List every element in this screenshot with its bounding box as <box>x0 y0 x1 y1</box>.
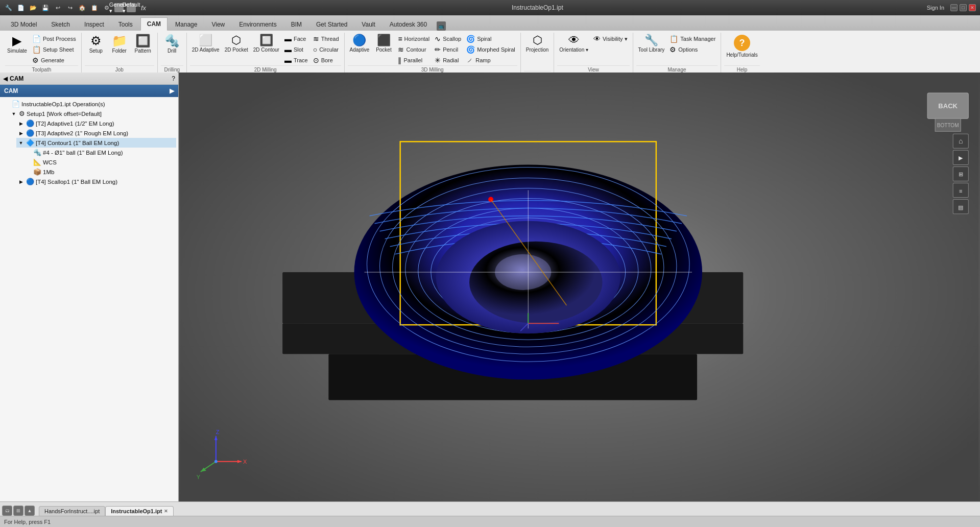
orientation-label: Orientation ▾ <box>559 47 588 53</box>
post-process-btn[interactable]: 📄 Post Process <box>30 34 78 44</box>
contour-btn[interactable]: ≋ Contour <box>396 44 432 55</box>
tree-item-setup1[interactable]: ▼ ⚙ Setup1 [Work offset=Default] <box>9 109 176 118</box>
circular-label: Circular <box>319 46 339 53</box>
tab-hands-for-instruct[interactable]: HandsForInstruct....ipt <box>39 506 105 516</box>
simulate-btn[interactable]: ▶ Simulate <box>5 34 29 55</box>
tree-expand-adaptive1[interactable]: ▶ <box>17 121 25 126</box>
tree-item-root[interactable]: 📄 InstructableOp1.ipt Operation(s) <box>2 99 176 109</box>
maximize-btn[interactable]: □ <box>960 4 967 11</box>
tab-manage[interactable]: Manage <box>169 17 204 31</box>
open-btn[interactable]: 📂 <box>29 3 38 12</box>
2d-adaptive-btn[interactable]: ⬜ 2D Adaptive <box>190 34 222 54</box>
tool-library-btn[interactable]: 🔧 Tool Library <box>636 34 667 54</box>
tree-item-adaptive1[interactable]: ▶ 🔵 [T2] Adaptive1 (1/2" EM Long) <box>16 118 176 128</box>
tab-tools[interactable]: Tools <box>112 17 139 31</box>
radial-btn[interactable]: ✳ Radial <box>433 55 463 65</box>
default-dropdown[interactable]: Default ▾ <box>127 3 136 12</box>
tree-item-adaptive2[interactable]: ▶ 🔵 [T3] Adaptive2 (1" Rough EM Long) <box>16 128 176 138</box>
thread-label: Thread <box>321 36 339 42</box>
circular-btn[interactable]: ○ Circular <box>311 44 341 55</box>
scene-svg: Z X Y BACK BOTTOM ⌂ ▶ ⊞ <box>179 73 980 513</box>
visibility-btn[interactable]: 👁 Visibility ▾ <box>591 34 630 44</box>
tab-autodesk-360[interactable]: Autodesk 360 <box>383 17 434 31</box>
redo-btn[interactable]: ↪ <box>65 3 75 12</box>
ramp-btn[interactable]: ⟋ Ramp <box>464 55 517 65</box>
adaptive-btn[interactable]: 🔵 Adaptive <box>348 34 372 54</box>
tree-expand-setup1[interactable]: ▼ <box>10 111 17 116</box>
tab-cam[interactable]: CAM <box>140 17 168 31</box>
trace-btn[interactable]: ▬ Trace <box>282 55 310 65</box>
2d-pocket-label: 2D Pocket <box>225 47 248 53</box>
face-btn[interactable]: ▬ Face <box>282 34 310 44</box>
projection-items: ⬡ Projection <box>524 34 551 71</box>
tree-expand-adaptive2[interactable]: ▶ <box>17 131 25 136</box>
bore-btn[interactable]: ⊙ Bore <box>311 55 341 65</box>
fx-btn[interactable]: fx <box>139 3 148 12</box>
tree-expand-contour1[interactable]: ▼ <box>17 140 25 146</box>
tree-item-wcs[interactable]: 📐 WCS <box>23 157 176 167</box>
media-btn[interactable]: 📺 <box>437 21 446 31</box>
tab-vault[interactable]: Vault <box>355 17 381 31</box>
pattern-btn[interactable]: 🔲 Pattern <box>132 34 154 55</box>
pocket-btn[interactable]: ⬛ Pocket <box>372 34 395 54</box>
home-btn[interactable]: 🏠 <box>78 3 87 12</box>
spiral-icon: 🌀 <box>466 35 475 43</box>
app-icon[interactable]: 🔧 <box>4 3 13 12</box>
tab-environments[interactable]: Environments <box>232 17 283 31</box>
generate-btn[interactable]: ⚙ Generate <box>30 55 78 65</box>
setup-btn[interactable]: ⚙ Setup <box>85 34 107 55</box>
3d-milling-small-group-1: ≡ Horizontal ≋ Contour ∥ Parallel <box>396 34 432 65</box>
tree-icon-tool: 🔩 <box>33 149 41 156</box>
task-manager-btn[interactable]: 📋 Task Manager <box>667 34 718 44</box>
tree-item-contour1[interactable]: ▼ 🔷 [T4] Contour1 (1" Ball EM Long) <box>16 138 176 148</box>
morphed-spiral-btn[interactable]: 🌀 Morphed Spiral <box>464 44 517 55</box>
2d-pocket-btn[interactable]: ⬡ 2D Pocket <box>223 34 250 54</box>
close-btn[interactable]: ✕ <box>969 4 976 11</box>
tab-icon-3[interactable]: ▲ <box>25 506 35 516</box>
tree-item-scallop1[interactable]: ▶ 🔵 [T4] Scallop1 (1" Ball EM Long) <box>16 177 176 186</box>
tree-item-1mb[interactable]: 📦 1Mb <box>23 167 176 177</box>
help-tutorials-btn[interactable]: ? Help/Tutorials <box>724 34 759 59</box>
drill-btn[interactable]: 🔩 Drill <box>161 34 183 55</box>
tab-icon-1[interactable]: 🗂 <box>2 506 12 516</box>
projection-btn[interactable]: ⬡ Projection <box>524 34 551 54</box>
visibility-label: Visibility ▾ <box>603 36 628 42</box>
project-btn[interactable]: 📋 <box>90 3 99 12</box>
tree-expand-scallop1[interactable]: ▶ <box>17 179 25 184</box>
scallop-btn[interactable]: ∿ Scallop <box>433 34 463 44</box>
options-btn[interactable]: ⚙ Options <box>667 44 718 55</box>
minimize-btn[interactable]: — <box>950 4 958 11</box>
tab-sketch[interactable]: Sketch <box>44 17 77 31</box>
tab-view[interactable]: View <box>205 17 231 31</box>
orientation-btn[interactable]: 👁 Orientation ▾ <box>557 34 590 54</box>
tab-close-icon[interactable]: ✕ <box>164 509 168 514</box>
slot-btn[interactable]: ▬ Slot <box>282 44 310 55</box>
save-btn[interactable]: 💾 <box>41 3 50 12</box>
parallel-btn[interactable]: ∥ Parallel <box>396 55 432 65</box>
spiral-btn[interactable]: 🌀 Spiral <box>464 34 517 44</box>
tree-item-tool[interactable]: 🔩 #4 - Ø1" ball (1" Ball EM Long) <box>23 148 176 157</box>
folder-btn[interactable]: 📁 Folder <box>108 34 131 55</box>
tab-get-started[interactable]: Get Started <box>309 17 354 31</box>
pencil-btn[interactable]: ✏ Pencil <box>433 44 463 55</box>
setup-sheet-btn[interactable]: 📋 Setup Sheet <box>30 44 78 55</box>
panel-collapse-icon[interactable]: ◀ <box>3 75 8 82</box>
slot-icon: ▬ <box>284 45 292 54</box>
cam-action-1[interactable]: ▶ <box>170 87 174 94</box>
2d-contour-btn[interactable]: 🔲 2D Contour <box>251 34 281 54</box>
tab-instructable-op1[interactable]: InstructableOp1.ipt ✕ <box>105 506 174 516</box>
tab-icon-2[interactable]: ⊞ <box>13 506 23 516</box>
undo-btn[interactable]: ↩ <box>53 3 62 12</box>
panel-help-icon[interactable]: ? <box>172 75 175 82</box>
viewport[interactable]: Z X Y BACK BOTTOM ⌂ ▶ ⊞ <box>179 73 980 513</box>
2d-contour-label: 2D Contour <box>253 47 279 53</box>
sign-in-btn[interactable]: Sign In <box>927 5 944 11</box>
tab-bim[interactable]: BIM <box>284 17 308 31</box>
tab-3d-model[interactable]: 3D Model <box>4 17 43 31</box>
new-btn[interactable]: 📄 <box>16 3 26 12</box>
horizontal-btn[interactable]: ≡ Horizontal <box>396 34 432 44</box>
bore-label: Bore <box>321 57 333 63</box>
panel-header: ◀ CAM ? <box>0 73 178 85</box>
thread-btn[interactable]: ≋ Thread <box>311 34 341 44</box>
tab-inspect[interactable]: Inspect <box>78 17 111 31</box>
